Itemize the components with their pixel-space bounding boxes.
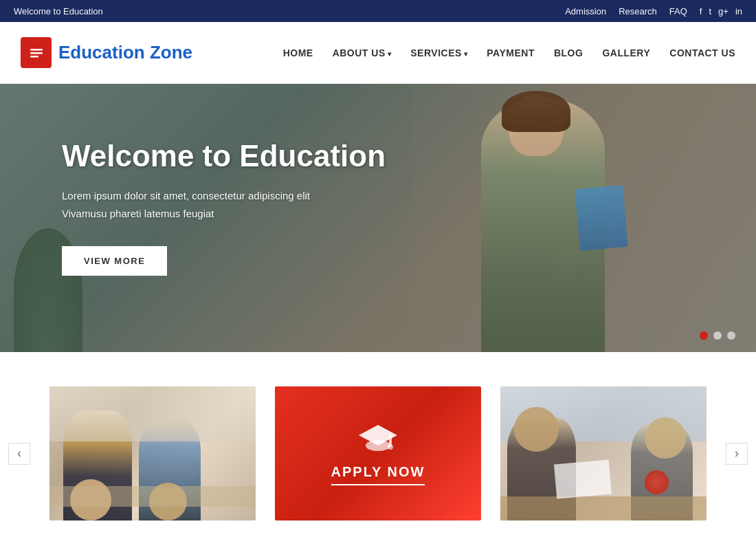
about-dropdown-arrow: ▾ [388,50,392,58]
slider-dot-2[interactable] [713,331,722,340]
card-1-bg [49,386,256,520]
svg-rect-1 [30,49,43,51]
logo-svg [27,43,46,63]
logo-text: Education Zone [58,42,192,63]
card-students-table[interactable] [500,386,707,520]
linkedin-icon[interactable]: in [735,6,742,17]
nav-link-gallery[interactable]: GALLERY [602,47,650,58]
top-bar-right: Admission Research FAQ f t g+ in [565,6,742,17]
logo-icon [21,37,52,68]
view-more-button[interactable]: VIEW MORE [62,246,167,276]
hero-title: Welcome to Education [62,139,694,173]
nav-item-services[interactable]: SERVICES▾ [410,47,467,59]
svg-point-7 [388,444,393,450]
svg-point-6 [366,440,390,451]
card-2-bg: APPLY NOW [275,386,481,520]
logo[interactable]: Education Zone [21,37,192,68]
card-students-studying[interactable] [49,386,256,520]
carousel-left-arrow[interactable]: ‹ [8,443,30,465]
slider-dots [700,331,735,340]
slider-dot-3[interactable] [727,331,735,340]
social-icons: f t g+ in [700,6,742,17]
cards-section: ‹ APPLY NOW [0,352,756,555]
nav-item-payment[interactable]: PAYMENT [487,47,535,59]
svg-rect-3 [30,56,38,58]
navbar: Education Zone HOME ABOUT US▾ SERVICES▾ … [0,22,756,84]
apply-now-label: APPLY NOW [331,464,425,485]
card-3-bg [500,386,707,520]
slider-dot-1[interactable] [700,331,708,340]
welcome-text: Welcome to Education [14,6,103,17]
nav-item-about[interactable]: ABOUT US▾ [333,47,392,59]
card-apply-now[interactable]: APPLY NOW [275,386,481,520]
hero-subtitle: Lorem ipsum dolor sit amet, consectetur … [62,187,694,222]
nav-item-blog[interactable]: BLOG [554,47,583,59]
carousel-right-arrow[interactable]: › [726,443,748,465]
nav-link-home[interactable]: HOME [283,47,313,58]
svg-rect-2 [30,52,43,54]
nav-link-payment[interactable]: PAYMENT [487,47,535,58]
nav-link-about[interactable]: ABOUT US▾ [333,47,392,58]
nav-link-services[interactable]: SERVICES▾ [410,47,467,58]
top-bar: Welcome to Education Admission Research … [0,0,756,22]
nav-menu: HOME ABOUT US▾ SERVICES▾ PAYMENT BLOG GA… [283,47,735,59]
twitter-icon[interactable]: t [709,6,711,17]
facebook-icon[interactable]: f [700,6,702,17]
hero-section: Welcome to Education Lorem ipsum dolor s… [0,84,756,352]
nav-link-contact[interactable]: CONTACT US [669,47,735,58]
nav-item-home[interactable]: HOME [283,47,313,59]
nav-item-gallery[interactable]: GALLERY [602,47,650,59]
nav-item-contact[interactable]: CONTACT US [669,47,735,59]
googleplus-icon[interactable]: g+ [718,6,729,17]
hero-content: Welcome to Education Lorem ipsum dolor s… [0,84,756,331]
faq-link[interactable]: FAQ [669,6,687,17]
graduation-cap-icon [357,421,399,456]
services-dropdown-arrow: ▾ [464,50,468,58]
nav-link-blog[interactable]: BLOG [554,47,583,58]
research-link[interactable]: Research [619,6,657,17]
admission-link[interactable]: Admission [565,6,606,17]
